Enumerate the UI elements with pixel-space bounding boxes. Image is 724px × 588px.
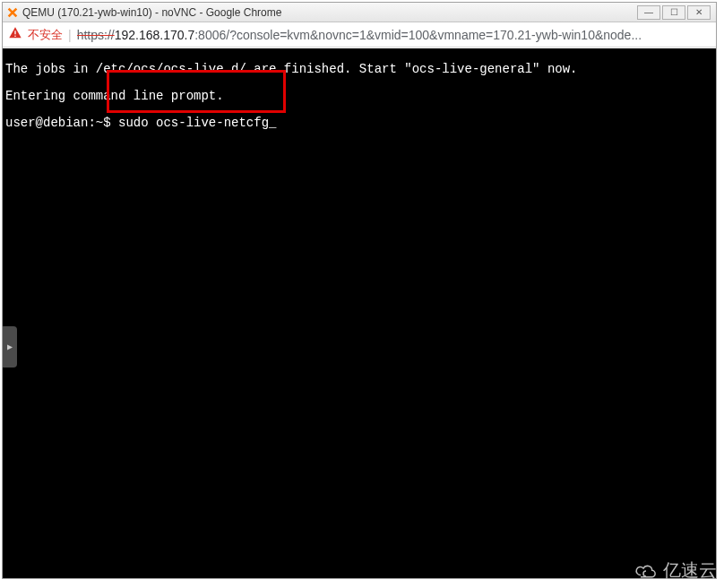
cloud-icon xyxy=(633,562,659,580)
url-rest: :8006/?console=kvm&novnc=1&vmid=100&vmna… xyxy=(194,28,642,42)
insecure-label: 不安全 xyxy=(28,27,63,43)
command-text: sudo ocs-live-netcfg xyxy=(118,116,269,130)
titlebar[interactable]: QEMU (170.21-ywb-win10) - noVNC - Google… xyxy=(3,3,716,22)
shell-prompt: user@debian:~$ xyxy=(5,116,118,130)
url-scheme: https:// xyxy=(77,28,115,42)
warning-icon xyxy=(8,26,22,43)
watermark: 亿速云 xyxy=(633,558,717,583)
window-controls: — ☐ ✕ xyxy=(637,5,711,20)
window-title: QEMU (170.21-ywb-win10) - noVNC - Google… xyxy=(22,6,637,19)
terminal-prompt-line: user@debian:~$ sudo ocs-live-netcfg_ xyxy=(5,117,713,130)
url-text[interactable]: https://192.168.170.7:8006/?console=kvm&… xyxy=(77,28,711,42)
terminal-line: Entering command line prompt. xyxy=(5,90,713,103)
chevron-right-icon: ▶ xyxy=(7,341,13,354)
terminal[interactable]: The jobs in /etc/ocs/ocs-live.d/ are fin… xyxy=(3,48,716,578)
separator: | xyxy=(68,28,72,42)
address-bar[interactable]: 不安全 | https://192.168.170.7:8006/?consol… xyxy=(3,22,716,48)
svg-rect-0 xyxy=(14,30,15,34)
close-button[interactable]: ✕ xyxy=(687,5,711,20)
cursor: _ xyxy=(269,116,276,130)
url-host: 192.168.170.7 xyxy=(115,28,195,42)
watermark-text: 亿速云 xyxy=(663,558,717,583)
browser-window: QEMU (170.21-ywb-win10) - noVNC - Google… xyxy=(2,2,717,579)
app-icon xyxy=(6,6,19,19)
maximize-button[interactable]: ☐ xyxy=(662,5,685,20)
svg-rect-1 xyxy=(14,36,15,37)
terminal-line: The jobs in /etc/ocs/ocs-live.d/ are fin… xyxy=(5,63,713,76)
minimize-button[interactable]: — xyxy=(637,5,660,20)
novnc-side-tab[interactable]: ▶ xyxy=(3,326,17,368)
